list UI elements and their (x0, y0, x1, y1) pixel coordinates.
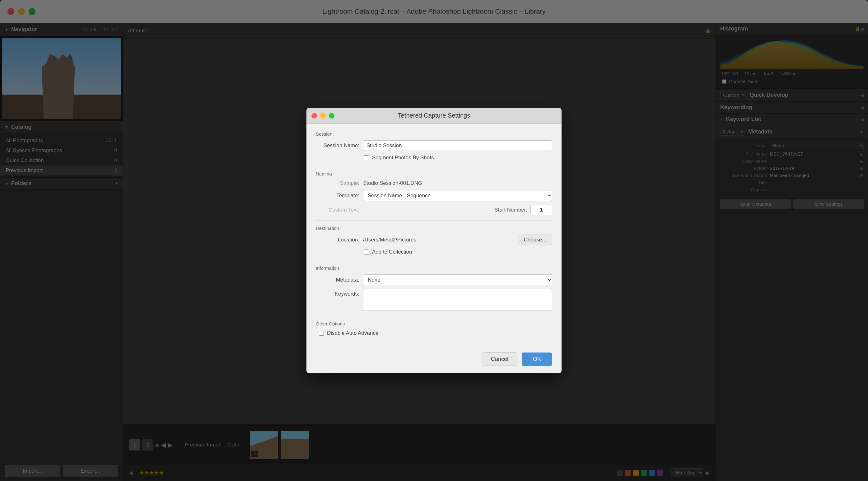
sample-row: Sample: Studio Session-001.DNG (316, 180, 552, 186)
session-name-input[interactable] (363, 140, 552, 151)
session-header: Session (316, 131, 552, 137)
section-divider-4 (316, 316, 552, 316)
custom-text-label: Custom Text: (316, 207, 359, 213)
information-section: Information Metadata: None Keywords: (316, 265, 552, 311)
modal-maximize-button[interactable] (329, 113, 335, 119)
custom-text-start-row: Custom Text: Start Number: (316, 205, 552, 215)
start-number-label: Start Number: (494, 207, 527, 213)
modal-window-controls[interactable] (311, 113, 335, 119)
information-header: Information (316, 265, 552, 271)
destination-section: Destination Location: /Users/Metal2/Pict… (316, 226, 552, 255)
sample-label: Sample: (316, 180, 359, 186)
ok-button[interactable]: OK (522, 353, 552, 366)
destination-header: Destination (316, 226, 552, 231)
modal-body: Session Session Name: Segment Photos By … (306, 124, 562, 348)
naming-section: Naming Sample: Studio Session-001.DNG Te… (316, 171, 552, 215)
choose-button[interactable]: Choose... (518, 235, 552, 245)
add-to-collection-label: Add to Collection (372, 249, 412, 255)
sample-value: Studio Session-001.DNG (363, 180, 422, 186)
start-number-input[interactable] (530, 205, 552, 215)
location-label: Location: (316, 237, 359, 243)
segment-photos-checkbox[interactable] (364, 155, 369, 160)
keywords-row: Keywords: (316, 289, 552, 311)
modal-titlebar: Tethered Capture Settings (306, 108, 562, 124)
keywords-label: Keywords: (316, 289, 359, 297)
session-section: Session Session Name: Segment Photos By … (316, 131, 552, 161)
modal-footer: Cancel OK (306, 348, 562, 373)
naming-header: Naming (316, 171, 552, 176)
disable-auto-advance-row: Disable Auto Advance (316, 330, 552, 336)
metadata-select[interactable]: None (363, 274, 552, 285)
keywords-textarea[interactable] (363, 289, 552, 311)
location-value: /Users/Metal2/Pictures (363, 237, 514, 243)
segment-photos-label: Segment Photos By Shots (372, 155, 434, 161)
cancel-button[interactable]: Cancel (482, 353, 517, 366)
template-row: Template: Session Name - Sequence (316, 190, 552, 201)
template-select[interactable]: Session Name - Sequence (363, 190, 552, 201)
segment-photos-row: Segment Photos By Shots (364, 155, 552, 161)
template-label: Template: (316, 192, 359, 199)
location-row: Location: /Users/Metal2/Pictures Choose.… (316, 235, 552, 245)
add-to-collection-checkbox[interactable] (364, 249, 369, 254)
section-divider-3 (316, 260, 552, 261)
modal-minimize-button[interactable] (320, 113, 326, 119)
disable-auto-advance-checkbox[interactable] (319, 331, 324, 336)
tethered-capture-dialog: Tethered Capture Settings Session Sessio… (306, 108, 562, 373)
metadata-row: Metadata: None (316, 274, 552, 285)
add-to-collection-row: Add to Collection (364, 249, 552, 255)
dialog-title: Tethered Capture Settings (398, 112, 470, 119)
session-name-label: Session Name: (316, 143, 359, 149)
other-options-header: Other Options (316, 321, 552, 326)
section-divider-1 (316, 166, 552, 166)
other-options-section: Other Options Disable Auto Advance (316, 321, 552, 336)
modal-close-button[interactable] (311, 113, 317, 119)
disable-auto-advance-label: Disable Auto Advance (327, 330, 378, 336)
start-number-row: Start Number: (494, 205, 552, 215)
modal-overlay: Tethered Capture Settings Session Sessio… (0, 0, 868, 481)
session-name-row: Session Name: (316, 140, 552, 151)
metadata-field-label: Metadata: (316, 277, 359, 283)
